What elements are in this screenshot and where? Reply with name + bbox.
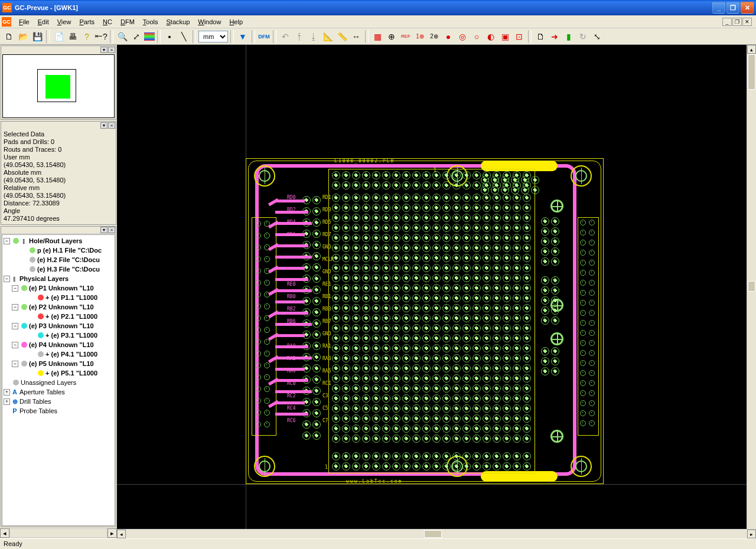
- tree-item[interactable]: + (e) P2.1 "L1000: [4, 312, 113, 321]
- tree-expand-icon[interactable]: −: [4, 238, 10, 244]
- tree-expand-icon[interactable]: −: [12, 285, 18, 292]
- tree-item[interactable]: PProbe Tables: [4, 406, 113, 416]
- snap-line-icon[interactable]: ╲: [177, 30, 190, 43]
- tree-expand-icon[interactable]: −: [12, 342, 18, 348]
- maximize-button[interactable]: ❐: [726, 2, 739, 14]
- open-icon[interactable]: 📂: [17, 30, 30, 43]
- filter-icon[interactable]: ▼: [236, 30, 249, 43]
- tree-item[interactable]: + (e) P4.1 "L1000: [4, 349, 113, 359]
- close-button[interactable]: ✕: [741, 2, 754, 14]
- run-icon[interactable]: ▮: [562, 30, 575, 43]
- tree-item[interactable]: p (e) H.1 File "C:\Doc: [4, 246, 113, 255]
- pad-square-icon[interactable]: ▣: [498, 30, 511, 43]
- undo-icon[interactable]: ↶: [279, 30, 292, 43]
- tree-item[interactable]: Unassigned Layers: [4, 378, 113, 387]
- zoom-extents-icon[interactable]: ⤢: [130, 30, 143, 43]
- mdi-restore[interactable]: ❐: [732, 18, 742, 26]
- measure2-icon[interactable]: 📏: [335, 30, 348, 43]
- units-select[interactable]: mm: [198, 31, 228, 43]
- ref-icon[interactable]: REF: [399, 30, 412, 43]
- tree-expand-icon[interactable]: +: [4, 389, 10, 396]
- align-top-icon[interactable]: ⭱: [293, 30, 306, 43]
- pad: [503, 334, 511, 342]
- pad: [442, 354, 451, 362]
- tree-item[interactable]: +⊕Drill Tables: [4, 397, 113, 406]
- save-icon[interactable]: 💾: [31, 30, 44, 43]
- tree-item[interactable]: −(e) P2 Unknown "L10: [4, 302, 113, 312]
- origin1-icon[interactable]: 1⊕: [413, 30, 426, 43]
- tree-item[interactable]: +AAperture Tables: [4, 387, 113, 397]
- minimize-button[interactable]: _: [712, 2, 725, 14]
- canvas-area[interactable]: L1000_00002.PCB www.LabTec.com 1 1 RD1RD…: [117, 45, 756, 538]
- tree-expand-icon[interactable]: −: [12, 304, 18, 311]
- horizontal-scrollbar[interactable]: ◂ ▸: [117, 529, 756, 538]
- net-label: RC1: [322, 381, 331, 386]
- tree-expand-icon[interactable]: −: [4, 276, 10, 282]
- export-icon[interactable]: ➜: [548, 30, 561, 43]
- snap-point-icon[interactable]: ▪: [163, 30, 176, 43]
- tree-item[interactable]: (e) H.3 File "C:\Docu: [4, 264, 113, 274]
- tree-expand-icon[interactable]: −: [12, 323, 18, 329]
- refresh-icon[interactable]: ↻: [576, 30, 589, 43]
- dfm-icon[interactable]: DFM: [258, 30, 271, 43]
- pointer-help-icon[interactable]: ⭰?: [94, 30, 107, 43]
- origin2-icon[interactable]: 2⊕: [428, 30, 441, 43]
- pad: [442, 274, 451, 282]
- tree-item[interactable]: + (e) P5.1 "L1000: [4, 368, 113, 378]
- panel-close-icon[interactable]: ×: [108, 47, 115, 53]
- tree-item[interactable]: −⫿Physical Layers: [4, 274, 113, 283]
- panel-dropdown-icon[interactable]: ▾: [100, 122, 107, 129]
- tree-item[interactable]: −⫿Hole/Rout Layers: [4, 236, 113, 246]
- measure1-icon[interactable]: 📐: [321, 30, 334, 43]
- tree-expand-icon[interactable]: −: [12, 361, 18, 367]
- mdi-minimize[interactable]: _: [722, 18, 732, 26]
- tree-item[interactable]: + (e) P3.1 "L1000: [4, 331, 113, 340]
- tree-item[interactable]: −(e) P5 Unknown "L10: [4, 359, 113, 368]
- tree-item[interactable]: + (e) P1.1 "L1000: [4, 293, 113, 302]
- menu-dfm[interactable]: DFM: [116, 17, 139, 27]
- menu-parts[interactable]: Parts: [75, 17, 99, 27]
- zoom-window-icon[interactable]: 🔍: [116, 30, 129, 43]
- menu-view[interactable]: View: [53, 17, 76, 27]
- pad-half-icon[interactable]: ◐: [484, 30, 497, 43]
- sidebar-hscroll[interactable]: ◂ ▸: [0, 528, 117, 538]
- tree-expand-icon[interactable]: +: [4, 398, 10, 405]
- pad-red-icon[interactable]: ●: [442, 30, 455, 43]
- pad-target-icon[interactable]: ⊡: [513, 30, 526, 43]
- net-label: MCLR: [322, 257, 334, 262]
- zoom-layers-icon[interactable]: [144, 32, 155, 41]
- menu-tools[interactable]: Tools: [139, 17, 162, 27]
- menu-nc[interactable]: NC: [99, 17, 116, 27]
- pad: [342, 234, 350, 242]
- pad-circle-icon[interactable]: ○: [470, 30, 483, 43]
- menu-edit[interactable]: Edit: [34, 17, 53, 27]
- pad-ring-icon[interactable]: ◎: [456, 30, 469, 43]
- menu-file[interactable]: File: [15, 17, 34, 27]
- axis-icon[interactable]: ⤡: [591, 30, 604, 43]
- import-icon[interactable]: 📄: [52, 30, 65, 43]
- align-bottom-icon[interactable]: ⭳: [307, 30, 320, 43]
- tree-item[interactable]: (e) H.2 File "C:\Docu: [4, 255, 113, 264]
- panel-close-icon[interactable]: ×: [108, 227, 115, 233]
- tree-item[interactable]: −(e) P1 Unknown "L10: [4, 283, 113, 293]
- print-icon[interactable]: 🖶: [66, 30, 79, 43]
- panel-dropdown-icon[interactable]: ▾: [100, 227, 107, 233]
- tree-item[interactable]: −(e) P3 Unknown "L10: [4, 321, 113, 331]
- doc-icon2[interactable]: 🗋: [534, 30, 547, 43]
- grid-icon[interactable]: ▦: [371, 30, 384, 43]
- overview-canvas[interactable]: [2, 54, 115, 118]
- help-icon[interactable]: ?: [80, 30, 93, 43]
- panel-dropdown-icon[interactable]: ▾: [100, 47, 107, 53]
- menu-stackup[interactable]: Stackup: [162, 17, 194, 27]
- tree-item[interactable]: −(e) P4 Unknown "L10: [4, 340, 113, 349]
- panel-close-icon[interactable]: ×: [108, 122, 115, 129]
- layers-tree[interactable]: −⫿Hole/Rout Layersp (e) H.1 File "C:\Doc…: [2, 234, 115, 526]
- mdi-close[interactable]: ✕: [742, 18, 752, 26]
- new-icon[interactable]: 🗋: [2, 30, 15, 43]
- measure3-icon[interactable]: ↔: [350, 30, 363, 43]
- pad: [362, 452, 370, 460]
- menu-window[interactable]: Window: [194, 17, 225, 27]
- menu-help[interactable]: Help: [225, 17, 247, 27]
- vertical-scrollbar[interactable]: ▴ ▾: [747, 45, 756, 538]
- origin-icon[interactable]: ⊕: [385, 30, 398, 43]
